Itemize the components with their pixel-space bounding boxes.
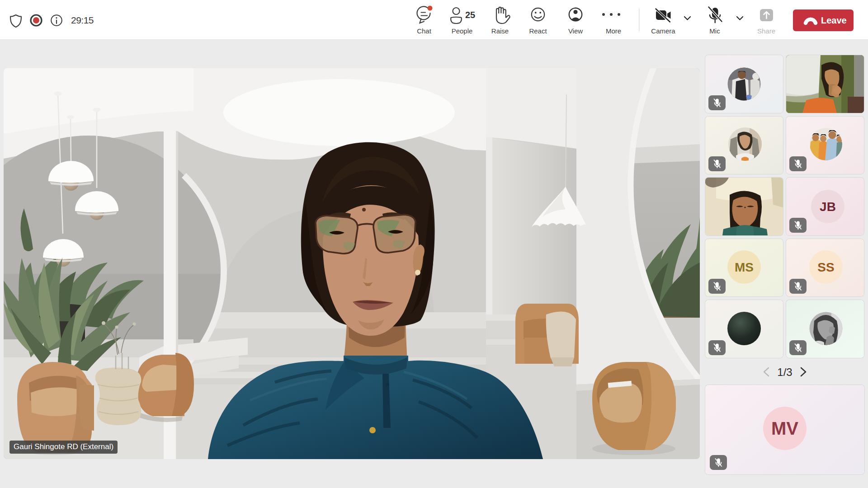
svg-text:SS: SS [817,260,834,274]
svg-text:1/3: 1/3 [777,366,792,378]
svg-text:MS: MS [735,260,754,274]
svg-text:25: 25 [465,10,475,20]
svg-text:MV: MV [771,418,798,438]
svg-text:JB: JB [820,200,836,214]
